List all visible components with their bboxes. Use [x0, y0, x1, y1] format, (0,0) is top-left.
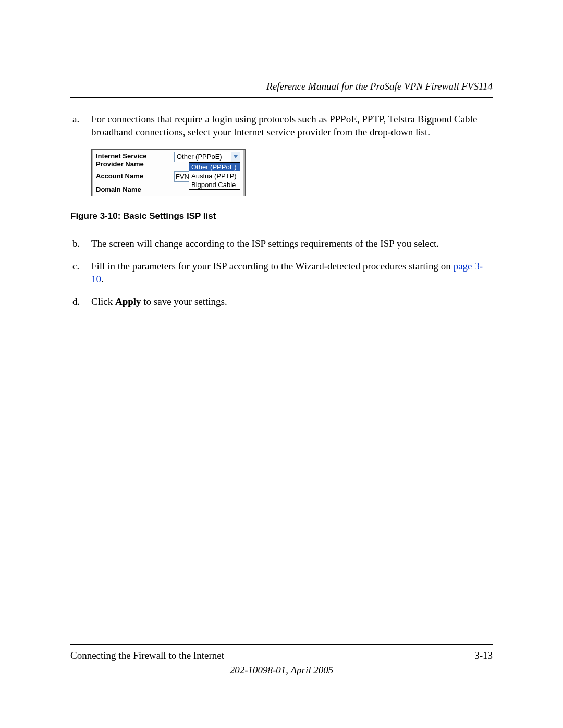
- isp-select[interactable]: Other (PPPoE): [174, 152, 240, 162]
- step-d-marker: d.: [72, 295, 80, 308]
- isp-option[interactable]: Bigpond Cable: [189, 180, 240, 189]
- step-b: b. The screen will change according to t…: [91, 237, 493, 250]
- step-c-marker: c.: [72, 260, 79, 273]
- step-d-text-before: Click: [91, 296, 115, 307]
- step-d: d. Click Apply to save your settings.: [91, 295, 493, 308]
- isp-option[interactable]: Other (PPPoE): [189, 163, 240, 171]
- account-name-input[interactable]: FVN: [174, 171, 190, 182]
- figure-caption: Figure 3-10: Basic Settings ISP list: [70, 211, 493, 221]
- chevron-down-icon[interactable]: [231, 152, 240, 162]
- step-c-text-after: .: [101, 274, 104, 285]
- step-d-bold: Apply: [115, 296, 141, 307]
- isp-name-label: Internet Service Provider Name: [96, 152, 174, 168]
- step-d-text-after: to save your settings.: [141, 296, 227, 307]
- step-a: a. For connections that require a login …: [91, 113, 493, 139]
- figure-screenshot: Internet Service Provider Name Other (PP…: [91, 149, 493, 196]
- step-b-marker: b.: [72, 237, 80, 250]
- page-footer: Connecting the Firewall to the Internet …: [70, 644, 493, 676]
- header-title: Reference Manual for the ProSafe VPN Fir…: [266, 81, 493, 92]
- svg-marker-0: [234, 155, 238, 158]
- step-a-text: For connections that require a login usi…: [91, 114, 477, 138]
- account-name-label: Account Name: [96, 171, 174, 180]
- footer-docinfo: 202-10098-01, April 2005: [70, 664, 493, 676]
- step-c-text-before: Fill in the parameters for your ISP acco…: [91, 261, 454, 272]
- footer-section: Connecting the Firewall to the Internet: [70, 650, 224, 661]
- footer-page-number: 3-13: [474, 650, 493, 661]
- isp-option[interactable]: Austria (PPTP): [189, 171, 240, 180]
- domain-name-label: Domain Name: [96, 185, 174, 194]
- page-header: Reference Manual for the ProSafe VPN Fir…: [70, 81, 493, 98]
- isp-dropdown-panel: Other (PPPoE) Austria (PPTP) Bigpond Cab…: [189, 162, 240, 190]
- step-b-text: The screen will change according to the …: [91, 238, 439, 249]
- step-c: c. Fill in the parameters for your ISP a…: [91, 260, 493, 286]
- step-a-marker: a.: [72, 113, 79, 126]
- isp-select-value: Other (PPPoE): [175, 152, 231, 162]
